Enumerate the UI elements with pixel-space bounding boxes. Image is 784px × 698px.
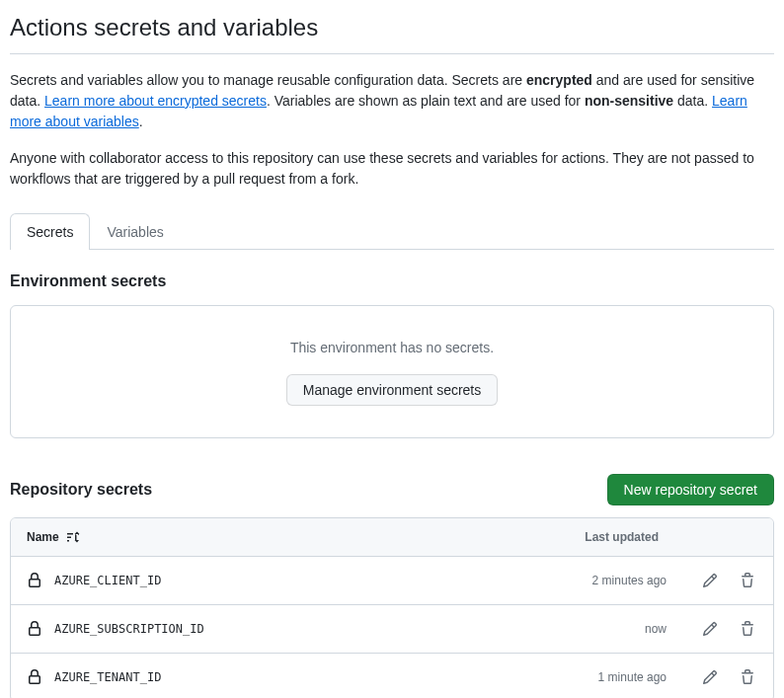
tab-secrets[interactable]: Secrets xyxy=(10,213,90,250)
trash-icon xyxy=(740,621,755,637)
secret-name: AZURE_SUBSCRIPTION_ID xyxy=(54,620,204,638)
page-title: Actions secrets and variables xyxy=(10,10,774,54)
pencil-icon xyxy=(702,669,718,685)
edit-secret-button[interactable] xyxy=(700,667,720,687)
pencil-icon xyxy=(702,621,718,637)
column-updated-header: Last updated xyxy=(585,528,659,546)
page-description-1: Secrets and variables allow you to manag… xyxy=(10,70,774,132)
environment-secrets-empty: This environment has no secrets. Manage … xyxy=(10,305,774,438)
lock-icon xyxy=(27,573,42,588)
secret-name: AZURE_TENANT_ID xyxy=(54,668,161,686)
lock-icon xyxy=(27,621,42,637)
tab-variables[interactable]: Variables xyxy=(90,213,180,250)
environment-secrets-heading: Environment secrets xyxy=(10,270,774,293)
secret-updated: 1 minute ago xyxy=(548,668,666,686)
delete-secret-button[interactable] xyxy=(738,619,757,639)
repository-secrets-table: Name Last updated AZURE_CLIENT_ID 2 minu… xyxy=(10,517,774,698)
secret-name: AZURE_CLIENT_ID xyxy=(54,572,161,589)
table-header: Name Last updated xyxy=(11,518,773,557)
edit-secret-button[interactable] xyxy=(700,571,720,590)
pencil-icon xyxy=(702,573,718,588)
table-row: AZURE_CLIENT_ID 2 minutes ago xyxy=(11,557,773,605)
secret-updated: 2 minutes ago xyxy=(548,572,666,589)
table-row: AZURE_TENANT_ID 1 minute ago xyxy=(11,654,773,698)
page-description-2: Anyone with collaborator access to this … xyxy=(10,148,774,190)
manage-environment-secrets-button[interactable]: Manage environment secrets xyxy=(286,374,499,406)
sort-icon xyxy=(65,529,81,545)
new-repository-secret-button[interactable]: New repository secret xyxy=(607,474,774,505)
delete-secret-button[interactable] xyxy=(738,571,757,590)
trash-icon xyxy=(740,573,755,588)
environment-empty-text: This environment has no secrets. xyxy=(42,338,742,358)
column-name-header[interactable]: Name xyxy=(27,528,81,546)
repository-secrets-heading: Repository secrets xyxy=(10,478,152,502)
tab-nav: Secrets Variables xyxy=(10,213,774,250)
learn-more-secrets-link[interactable]: Learn more about encrypted secrets xyxy=(44,93,267,109)
lock-icon xyxy=(27,669,42,685)
delete-secret-button[interactable] xyxy=(738,667,757,687)
edit-secret-button[interactable] xyxy=(700,619,720,639)
secret-updated: now xyxy=(548,620,666,638)
table-row: AZURE_SUBSCRIPTION_ID now xyxy=(11,605,773,654)
trash-icon xyxy=(740,669,755,685)
